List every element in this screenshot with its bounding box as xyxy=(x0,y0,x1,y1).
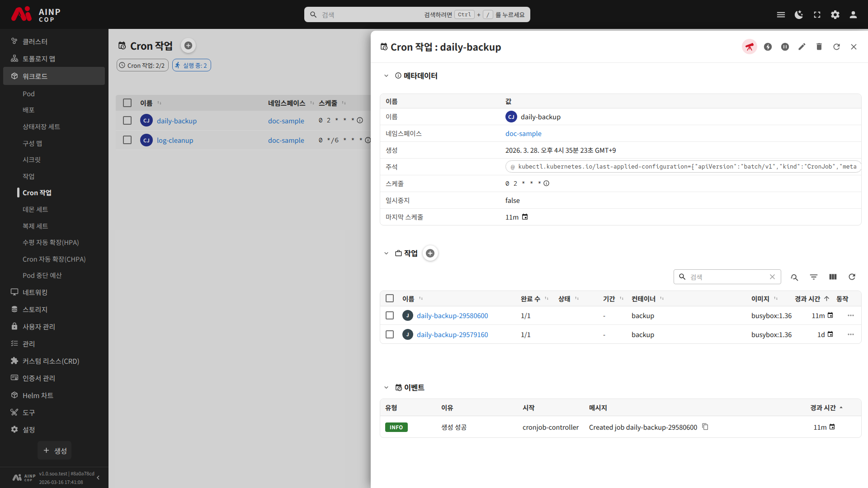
jobs-search-input[interactable] xyxy=(690,272,768,282)
sort-icon[interactable] xyxy=(773,295,779,301)
drawer-title: Cron 작업 : daily-backup xyxy=(380,40,501,53)
jobs-toolbar xyxy=(380,269,862,284)
jobs-table-header: 이름 완료 수 상태 기간 컨테이너 이미지 경과 시간 동작 xyxy=(380,291,862,306)
row-actions-button[interactable] xyxy=(845,310,856,321)
info-icon xyxy=(395,72,402,79)
info-icon[interactable] xyxy=(543,180,550,187)
metadata-section-title: 메타데이터 xyxy=(404,70,438,81)
cronjob-badge: CJ xyxy=(505,111,517,122)
details-drawer: Cron 작업 : daily-backup 메타데이터 이름 값 xyxy=(371,31,868,488)
trigger-button[interactable] xyxy=(763,42,773,52)
briefcase-icon xyxy=(395,249,402,257)
refresh-icon xyxy=(832,42,841,52)
refresh-button[interactable] xyxy=(831,42,841,52)
events-section-header: 이벤트 xyxy=(380,381,862,394)
sort-icon[interactable] xyxy=(574,295,580,301)
edit-button[interactable] xyxy=(797,42,807,52)
meta-row-suspend: 일시중지 false xyxy=(380,192,861,208)
events-table: 유형 이유 시작 메시지 경과 시간 INFO 생성 성공 cronjob-co… xyxy=(380,399,862,438)
watch-resource-button[interactable] xyxy=(742,39,757,54)
job-link[interactable]: daily-backup-29580600 xyxy=(417,310,488,320)
dots-menu-icon xyxy=(846,311,855,320)
calendar-icon[interactable] xyxy=(521,213,528,221)
search-icon xyxy=(678,272,687,281)
search-off-icon xyxy=(790,272,800,282)
jobs-section-title: 작업 xyxy=(404,248,418,258)
chevron-down-icon[interactable] xyxy=(382,72,390,80)
job-row-29579160: Jdaily-backup-29579160 1/1 - backup busy… xyxy=(380,325,862,344)
calendar-clock-icon xyxy=(395,384,402,391)
calendar-icon[interactable] xyxy=(829,423,835,430)
chevron-down-icon[interactable] xyxy=(382,249,390,257)
calendar-icon[interactable] xyxy=(827,331,834,338)
jobs-search[interactable] xyxy=(674,269,781,284)
job-link[interactable]: daily-backup-29579160 xyxy=(417,329,488,339)
job-badge: J xyxy=(402,310,413,321)
chevron-down-icon[interactable] xyxy=(382,384,390,391)
trash-icon xyxy=(815,42,824,51)
clear-search-icon[interactable] xyxy=(768,272,777,281)
meta-row-created: 생성 2026. 3. 28. 오후 4시 35분 23초 GMT+9 xyxy=(380,141,861,158)
close-drawer-button[interactable] xyxy=(849,42,859,52)
events-section-title: 이벤트 xyxy=(404,382,425,393)
close-icon xyxy=(849,42,859,52)
select-all-checkbox[interactable] xyxy=(386,294,394,302)
filter-icon xyxy=(809,272,819,282)
meta-row-namespace: 네임스페이스 doc-sample xyxy=(380,125,861,141)
dots-menu-icon xyxy=(846,330,855,339)
metadata-section-header: 메타데이터 xyxy=(380,69,862,82)
pause-circle-icon xyxy=(780,42,790,52)
sorted-asc-icon[interactable] xyxy=(823,295,830,302)
annotation-chip[interactable]: @ kubectl.kubernetes.io/last-applied-con… xyxy=(505,160,862,173)
add-circle-icon xyxy=(425,248,435,258)
meta-row-annotations: 주석 @ kubectl.kubernetes.io/last-applied-… xyxy=(380,158,861,175)
job-badge: J xyxy=(402,329,413,340)
row-checkbox[interactable] xyxy=(386,330,394,338)
namespace-link[interactable]: doc-sample xyxy=(505,128,542,138)
toggle-search-button[interactable] xyxy=(789,272,800,282)
row-checkbox[interactable] xyxy=(386,311,394,319)
cronjob-icon xyxy=(380,42,388,51)
jobs-section-header: 작업 xyxy=(380,247,862,259)
drawer-header: Cron 작업 : daily-backup xyxy=(371,31,868,63)
filter-button[interactable] xyxy=(808,272,819,282)
lightning-circle-icon xyxy=(763,42,773,52)
meta-row-last-schedule: 마지막 스케줄 11m xyxy=(380,208,861,225)
create-job-button[interactable] xyxy=(423,245,438,261)
sort-icon[interactable] xyxy=(618,295,625,301)
sort-icon[interactable] xyxy=(543,295,550,301)
telescope-icon xyxy=(745,42,755,52)
row-actions-button[interactable] xyxy=(845,329,856,340)
jobs-table: 이름 완료 수 상태 기간 컨테이너 이미지 경과 시간 동작 Jdaily-b… xyxy=(380,291,862,344)
suspend-button[interactable] xyxy=(780,42,790,52)
copy-icon[interactable] xyxy=(702,423,709,430)
columns-button[interactable] xyxy=(827,272,838,282)
events-table-header: 유형 이유 시작 메시지 경과 시간 xyxy=(380,399,861,416)
sort-icon[interactable] xyxy=(418,295,424,301)
refresh-jobs-button[interactable] xyxy=(846,272,857,282)
meta-row-schedule: 스케줄 0 2 * * * xyxy=(380,175,861,192)
job-row-29580600: Jdaily-backup-29580600 1/1 - backup busy… xyxy=(380,306,862,325)
event-type-badge: INFO xyxy=(385,422,408,432)
delete-button[interactable] xyxy=(814,42,824,52)
pencil-icon xyxy=(797,42,807,51)
meta-row-name: 이름 CJdaily-backup xyxy=(380,108,861,125)
sorted-asc-icon[interactable] xyxy=(838,404,844,410)
at-icon: @ xyxy=(511,163,514,171)
sort-icon[interactable] xyxy=(659,295,665,301)
event-row: INFO 생성 성공 cronjob-controller Created jo… xyxy=(380,416,861,437)
calendar-icon[interactable] xyxy=(827,312,834,319)
view-columns-icon xyxy=(828,272,838,282)
refresh-icon xyxy=(847,272,857,282)
metadata-table: 이름 값 이름 CJdaily-backup 네임스페이스 doc-sample… xyxy=(380,94,862,225)
